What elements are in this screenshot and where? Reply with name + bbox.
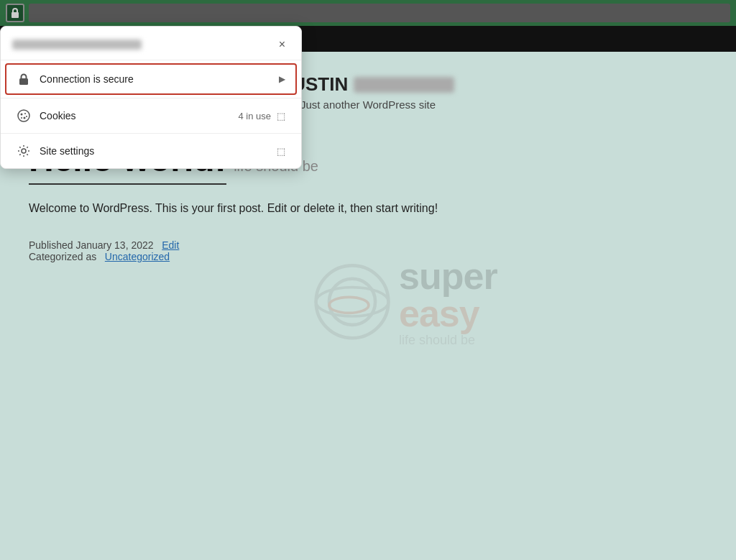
cookies-external-icon: ⬚ [277, 111, 285, 121]
svg-point-10 [21, 117, 22, 119]
connection-secure-label: Connection is secure [40, 73, 279, 85]
svg-point-6 [18, 110, 29, 121]
svg-point-7 [21, 114, 23, 116]
popup-item-cookies[interactable]: Cookies 4 in use ⬚ [5, 100, 297, 132]
popup-close-button[interactable]: × [275, 37, 290, 52]
watermark-easy: easy [399, 294, 497, 331]
connection-secure-arrow: ▶ [279, 74, 285, 84]
popup-item-site-settings[interactable]: Site settings ⬚ [5, 135, 297, 167]
lock-icon [17, 72, 31, 86]
popup-header: × [1, 27, 301, 60]
cookie-icon [17, 109, 31, 123]
post-published-text: Published January 13, 2022 [29, 239, 154, 251]
svg-point-11 [26, 116, 27, 117]
svg-point-2 [329, 278, 375, 324]
post-meta: Published January 13, 2022 Edit Categori… [29, 239, 707, 262]
site-settings-external-icon: ⬚ [277, 146, 285, 157]
site-settings-right: ⬚ [277, 146, 285, 157]
svg-point-9 [24, 117, 26, 119]
browser-bar [0, 0, 736, 26]
post-category-line: Categorized as Uncategorized [29, 251, 707, 262]
svg-point-8 [24, 113, 26, 114]
popup-divider-1 [1, 98, 301, 98]
svg-point-1 [316, 265, 389, 338]
site-info-popup: × Connection is secure ▶ Cookies [0, 26, 302, 169]
popup-item-connection-secure[interactable]: Connection is secure ▶ [5, 63, 297, 95]
watermark: super easy life should be [313, 257, 497, 346]
post-category-link[interactable]: Uncategorized [105, 251, 170, 262]
address-bar[interactable] [29, 4, 730, 22]
svg-point-12 [22, 149, 26, 153]
svg-point-4 [329, 297, 369, 313]
popup-divider-2 [1, 133, 301, 134]
post-categorized-text: Categorized as [29, 251, 96, 262]
svg-rect-5 [19, 78, 28, 85]
lock-icon-button[interactable] [6, 4, 24, 22]
cookies-right: 4 in use ⬚ [238, 111, 285, 121]
svg-rect-0 [12, 12, 19, 18]
cookies-count: 4 in use [238, 111, 271, 121]
watermark-tagline: life should be [399, 333, 497, 346]
watermark-super: super [399, 257, 497, 294]
svg-point-3 [316, 287, 389, 316]
watermark-text: super easy life should be [399, 257, 497, 346]
post-edit-link[interactable]: Edit [162, 239, 179, 251]
gear-icon [17, 144, 31, 158]
post-body: Welcome to WordPress. This is your first… [29, 199, 532, 218]
cookies-label: Cookies [40, 110, 238, 121]
site-settings-label: Site settings [40, 145, 277, 157]
site-title-blurred [354, 77, 454, 93]
post-published-line: Published January 13, 2022 Edit [29, 239, 707, 251]
popup-url-blurred [12, 40, 142, 50]
